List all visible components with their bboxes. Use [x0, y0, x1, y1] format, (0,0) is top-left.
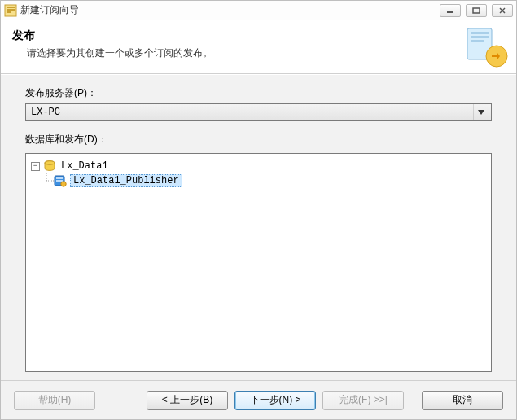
cancel-button[interactable]: 取消: [422, 391, 503, 410]
minimize-button[interactable]: [440, 4, 461, 17]
chevron-down-icon: [473, 104, 488, 120]
tree-collapse-toggle[interactable]: −: [31, 162, 40, 171]
publications-tree[interactable]: − Lx_Data1: [25, 153, 492, 372]
help-button: 帮助(H): [14, 391, 95, 410]
app-icon: [4, 4, 17, 17]
wizard-footer: 帮助(H) < 上一步(B) 下一步(N) > 完成(F) >>| 取消: [1, 380, 516, 419]
header-title: 发布: [12, 28, 505, 43]
close-button[interactable]: [492, 4, 513, 17]
svg-rect-4: [447, 11, 453, 13]
header-text: 发布 请选择要为其创建一个或多个订阅的发布。: [12, 28, 505, 60]
header-description: 请选择要为其创建一个或多个订阅的发布。: [27, 46, 505, 60]
window-title: 新建订阅向导: [20, 3, 440, 17]
wizard-header: 发布 请选择要为其创建一个或多个订阅的发布。: [1, 20, 516, 74]
next-button[interactable]: 下一步(N) >: [234, 391, 316, 410]
publisher-label: 发布服务器(P)：: [25, 86, 492, 100]
tree-publication-label: Lx_Data1_Publisher: [70, 174, 182, 187]
publication-icon: [54, 174, 67, 187]
maximize-button[interactable]: [466, 4, 487, 17]
tree-database-node[interactable]: − Lx_Data1: [29, 159, 488, 173]
header-illustration-icon: [464, 27, 510, 69]
publisher-dropdown[interactable]: LX-PC: [25, 103, 492, 121]
finish-button: 完成(F) >>|: [322, 391, 404, 410]
title-bar: 新建订阅向导: [1, 1, 516, 20]
svg-rect-2: [7, 9, 15, 11]
publisher-value: LX-PC: [31, 107, 473, 118]
svg-rect-5: [473, 8, 480, 13]
wizard-window: 新建订阅向导 发布 请选择要为其创建一个或多个订阅的发布。: [0, 0, 517, 420]
svg-rect-10: [471, 36, 489, 38]
svg-rect-9: [471, 32, 489, 34]
svg-rect-1: [7, 7, 15, 8]
wizard-body: 发布服务器(P)： LX-PC 数据库和发布(D)： − Lx_Data1: [1, 74, 516, 380]
window-buttons: [440, 4, 513, 17]
tree-publication-node[interactable]: Lx_Data1_Publisher: [29, 173, 488, 188]
svg-rect-19: [56, 180, 63, 182]
svg-point-20: [61, 182, 66, 186]
back-button[interactable]: < 上一步(B): [147, 391, 228, 410]
svg-rect-18: [56, 177, 63, 179]
databases-label: 数据库和发布(D)：: [25, 133, 492, 147]
tree-database-label: Lx_Data1: [59, 160, 110, 172]
database-icon: [43, 160, 56, 173]
svg-rect-3: [7, 11, 11, 13]
tree-branch-icon: [42, 173, 54, 188]
svg-rect-11: [471, 40, 484, 42]
